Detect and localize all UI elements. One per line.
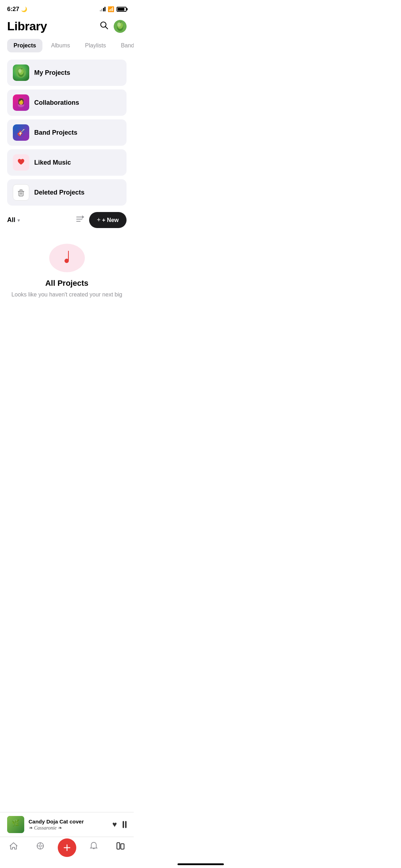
new-button[interactable]: + + New [89,212,127,228]
tab-playlists[interactable]: Playlists [79,39,113,52]
svg-text:🎸: 🎸 [17,129,25,136]
list-item-band-projects[interactable]: 🎸 Band Projects [7,119,127,146]
header: Library [0,16,134,39]
search-button[interactable] [99,21,109,32]
list-item-collaborations[interactable]: 👩 Collaborations [7,89,127,116]
signal-icon [100,7,106,11]
svg-text:👩: 👩 [17,98,25,105]
collaborations-icon: 👩 [13,94,29,111]
deleted-projects-icon [13,184,29,201]
list-item-my-projects[interactable]: My Projects [7,60,127,86]
my-projects-label: My Projects [34,69,70,77]
status-time: 6:27 🌙 [7,6,27,13]
empty-state-subtitle: Looks like you haven't created your next… [11,291,122,299]
page-title: Library [7,19,47,33]
wifi-icon: 📶 [108,6,114,12]
music-note-background [49,244,85,272]
liked-music-icon [13,154,29,171]
status-icons: 📶 [100,6,127,12]
status-bar: 6:27 🌙 📶 [0,0,134,16]
tab-projects[interactable]: Projects [7,39,42,52]
avatar[interactable] [114,20,127,33]
list-item-liked-music[interactable]: Liked Music [7,149,127,176]
svg-point-9 [19,69,22,73]
liked-music-label: Liked Music [34,159,71,166]
filter-right-controls: + + New [76,212,127,228]
empty-state-title: All Projects [45,279,88,288]
tab-albums[interactable]: Albums [45,39,76,52]
battery-icon [117,7,127,12]
header-actions [99,20,127,33]
filter-label: All [7,216,15,224]
list-item-deleted-projects[interactable]: Deleted Projects [7,179,127,206]
library-list: My Projects 👩 Collaborations [0,54,134,208]
collaborations-label: Collaborations [34,99,79,107]
chevron-down-icon: ▾ [17,217,20,223]
tabs-container: Projects Albums Playlists Bands Commu... [0,39,134,54]
tab-bands[interactable]: Bands [114,39,134,52]
band-projects-icon: 🎸 [13,124,29,141]
moon-icon: 🌙 [21,6,27,12]
new-btn-label: + New [102,217,119,223]
time-text: 6:27 [7,6,19,13]
svg-point-5 [117,22,121,27]
deleted-projects-label: Deleted Projects [34,189,84,196]
my-projects-icon [13,64,29,81]
svg-line-1 [106,26,108,29]
sort-icon[interactable] [76,215,85,225]
band-projects-label: Band Projects [34,129,77,136]
tab-bar: Projects Albums Playlists Bands Commu... [7,39,127,54]
filter-all-dropdown[interactable]: All ▾ [7,216,20,224]
new-btn-plus-icon: + [97,216,101,224]
filter-bar: All ▾ + + New [0,208,134,233]
avatar-image [114,20,127,33]
empty-state: All Projects Looks like you haven't crea… [0,233,134,306]
